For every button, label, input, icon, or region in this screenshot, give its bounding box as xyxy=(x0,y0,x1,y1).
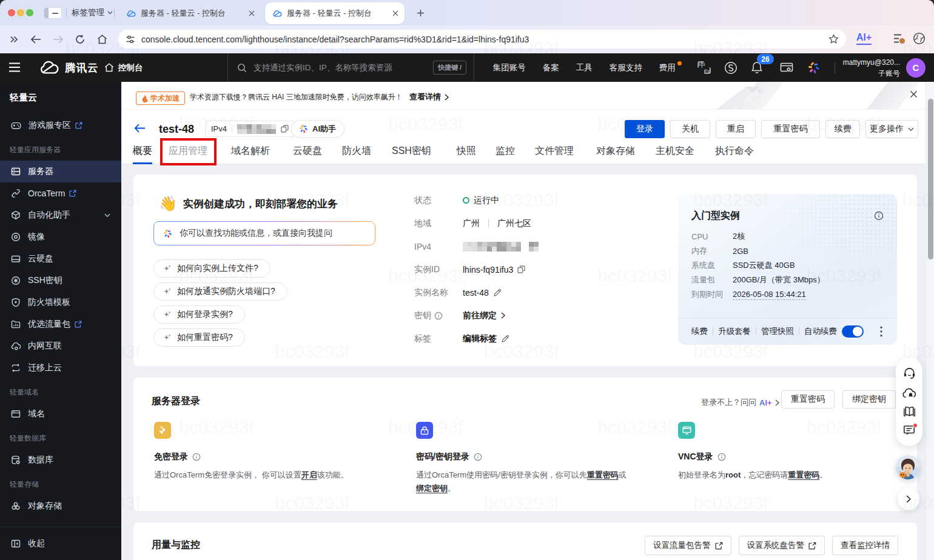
ai-assistant-button[interactable]: AI助手 xyxy=(291,120,344,138)
info-icon[interactable] xyxy=(874,211,884,221)
ai-copilot-button[interactable] xyxy=(807,61,821,75)
ai-search-input[interactable]: 你可以查找功能或信息，或直接向我提问 xyxy=(153,221,375,245)
shutdown-button[interactable]: 关机 xyxy=(670,120,710,138)
browser-tab-2-active[interactable]: 服务器 - 轻量云 - 控制台 xyxy=(265,2,405,24)
zoom-window-button[interactable] xyxy=(26,9,33,16)
tab-overview[interactable]: 概要 xyxy=(133,138,152,164)
renew-link[interactable]: 续费 xyxy=(691,326,708,337)
edit-pencil-icon[interactable] xyxy=(493,288,502,297)
address-bar[interactable]: console.cloud.tencent.com/lighthouse/ins… xyxy=(118,30,846,48)
sidebar-item-migration[interactable]: 迁移上云 xyxy=(0,357,121,379)
reset-password-button[interactable]: 重置密码 xyxy=(761,120,820,138)
tab-snapshots[interactable]: 快照 xyxy=(457,138,476,164)
notifications-button[interactable]: 26 xyxy=(751,61,763,74)
browser-profile-button[interactable] xyxy=(913,32,926,45)
site-settings-icon[interactable] xyxy=(126,35,135,44)
close-window-button[interactable] xyxy=(8,9,15,16)
tab-host-security[interactable]: 主机安全 xyxy=(656,138,694,164)
back-button[interactable] xyxy=(134,124,146,133)
reset-password-link[interactable]: 重置密码 xyxy=(788,470,819,479)
more-actions-button[interactable]: 更多操作 xyxy=(865,120,918,138)
nav-support[interactable]: 客服支持 xyxy=(610,62,642,73)
sidebar-collapse-button[interactable]: 收起 xyxy=(0,527,121,560)
console-home-link[interactable]: 控制台 xyxy=(104,53,143,82)
sidebar-item-object-storage[interactable]: 对象存储 xyxy=(0,495,121,517)
tab-ssh-keys[interactable]: SSH密钥 xyxy=(392,138,431,164)
upgrade-plan-link[interactable]: 升级套餐 xyxy=(718,326,751,337)
forward-button[interactable] xyxy=(49,25,67,53)
language-switch-button[interactable]: 中En xyxy=(697,61,711,74)
sidebar-item-private-network[interactable]: 内网互联 xyxy=(0,335,121,357)
console-settings-button[interactable] xyxy=(780,62,793,74)
manage-snapshots-link[interactable]: 管理快照 xyxy=(761,326,794,337)
nav-group-account[interactable]: 集团账号 xyxy=(493,62,526,73)
ai-agent-avatar[interactable] xyxy=(896,455,920,479)
reset-password-button[interactable]: 重置密码 xyxy=(781,390,835,408)
tab-manager-button[interactable]: 标签管理 xyxy=(72,0,113,25)
scrollbar-thumb[interactable] xyxy=(928,99,933,259)
tab-cloud-disk[interactable]: 云硬盘 xyxy=(293,138,322,164)
copy-icon[interactable] xyxy=(281,125,289,133)
sidebar-item-domains[interactable]: 域名 xyxy=(0,403,121,425)
sidebar-item-servers[interactable]: 服务器 xyxy=(0,161,121,182)
sidebar-item-game-zone[interactable]: 游戏服专区 xyxy=(0,115,121,136)
browser-ai-button[interactable]: AI+ xyxy=(856,25,872,53)
set-disk-alarm-button[interactable]: 设置系统盘告警 xyxy=(739,536,825,555)
cloud-assistant-button[interactable] xyxy=(902,387,916,399)
orcaterm-shortcut-button[interactable] xyxy=(724,61,737,75)
feedback-button[interactable] xyxy=(903,425,915,436)
nav-icp[interactable]: 备案 xyxy=(543,62,559,73)
suggestion-upload-files[interactable]: 如何向实例上传文件? xyxy=(153,259,270,278)
sidebar-item-automation[interactable]: 自动化助手 xyxy=(0,204,121,226)
extensions-overflow-button[interactable] xyxy=(5,25,23,53)
minimize-window-button[interactable] xyxy=(17,9,24,16)
edit-tags-link[interactable]: 编辑标签 xyxy=(463,333,509,344)
account-info[interactable]: mattymyu@320... 子账号 xyxy=(843,57,900,79)
reload-button[interactable] xyxy=(71,25,89,53)
tab-sidebar-toggle[interactable] xyxy=(44,8,61,18)
sidebar-item-cloud-disk[interactable]: 云硬盘 xyxy=(0,248,121,270)
documentation-button[interactable] xyxy=(903,406,916,417)
login-button[interactable]: 登录 xyxy=(625,120,665,138)
auto-renew-toggle-on[interactable] xyxy=(842,325,864,338)
sidebar-item-ssh-keys[interactable]: SSH密钥 xyxy=(0,270,121,292)
view-monitor-details-button[interactable]: 查看监控详情 xyxy=(832,536,898,555)
suggestion-login-instance[interactable]: 如何登录实例? xyxy=(153,305,245,324)
key-bind-link[interactable]: 前往绑定 xyxy=(463,310,505,321)
login-help-link[interactable]: 登录不上？问问 AI+ xyxy=(701,397,779,408)
renew-button[interactable]: 续费 xyxy=(825,120,860,138)
suggestion-reset-password[interactable]: 如何重置密码? xyxy=(153,328,245,347)
tab-domain-resolution[interactable]: 域名解析 xyxy=(231,138,270,164)
nav-billing[interactable]: 费用 xyxy=(659,62,676,73)
account-avatar[interactable]: C xyxy=(906,58,926,78)
collapse-toolbar-button[interactable] xyxy=(898,488,919,510)
nav-tools[interactable]: 工具 xyxy=(576,62,593,73)
back-button[interactable] xyxy=(27,25,45,53)
tab-file-management[interactable]: 文件管理 xyxy=(535,138,574,164)
browser-tab-1[interactable]: 服务器 - 轻量云 - 控制台 xyxy=(119,2,261,24)
close-tab-icon[interactable] xyxy=(392,10,398,16)
set-traffic-alarm-button[interactable]: 设置流量包告警 xyxy=(645,536,731,555)
global-search[interactable]: 支持通过实例ID、IP、名称等搜索资源 快捷键 / xyxy=(227,53,474,82)
sidebar-item-images[interactable]: 镜像 xyxy=(0,226,121,248)
sidebar-item-traffic-packages[interactable]: 优选流量包 xyxy=(0,313,121,335)
edit-pencil-icon[interactable] xyxy=(501,335,509,343)
sidebar-item-databases[interactable]: 数据库 xyxy=(0,449,121,471)
reset-password-link[interactable]: 重置密码 xyxy=(587,470,619,479)
bookmark-star-icon[interactable] xyxy=(828,34,839,44)
tab-firewall[interactable]: 防火墙 xyxy=(342,138,371,164)
new-tab-button[interactable] xyxy=(412,5,428,21)
tab-object-storage[interactable]: 对象存储 xyxy=(596,138,635,164)
tab-run-commands[interactable]: 执行命令 xyxy=(715,138,754,164)
bind-key-button[interactable]: 绑定密钥 xyxy=(842,390,896,408)
suggestion-open-firewall-port[interactable]: 如何放通实例防火墙端口? xyxy=(153,282,287,301)
sidebar-item-orcaterm[interactable]: OrcaTerm xyxy=(0,182,121,204)
banner-close-button[interactable] xyxy=(910,90,918,98)
tencent-cloud-logo[interactable]: 腾讯云 xyxy=(39,53,99,82)
restart-button[interactable]: 重启 xyxy=(716,120,756,138)
tab-monitoring[interactable]: 监控 xyxy=(496,138,515,164)
copy-icon[interactable] xyxy=(517,265,525,274)
products-menu-button[interactable] xyxy=(8,62,21,73)
sidebar-item-firewall-templates[interactable]: 防火墙模板 xyxy=(0,292,121,313)
customer-service-button[interactable] xyxy=(903,367,916,379)
